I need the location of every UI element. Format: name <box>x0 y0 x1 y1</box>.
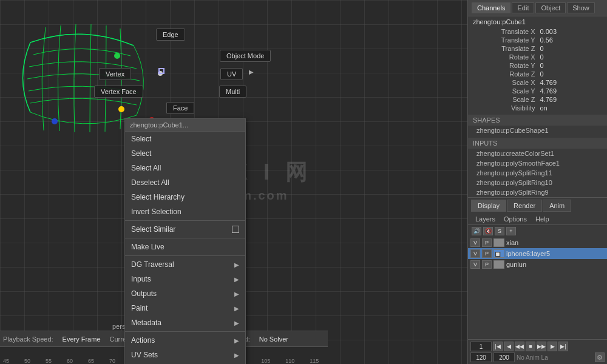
paint-arrow: ▶ <box>234 305 239 312</box>
layer-p-btn-gunlun[interactable]: P <box>482 260 492 269</box>
layer-row-gunlun[interactable]: V P gunlun <box>468 259 607 270</box>
layer-icons-row: 🔊 🔇 S + <box>468 225 607 237</box>
bottom-controls: |◀ ◀ ◀◀ ■ ▶▶ ▶ ▶| No Anim La ⚙ <box>468 339 607 364</box>
menu-item-deselect-all[interactable]: Deselect All <box>125 175 245 190</box>
dg-traversal-arrow: ▶ <box>234 261 239 268</box>
menu-item-invert-selection[interactable]: Invert Selection <box>125 204 245 219</box>
actions-arrow: ▶ <box>234 337 239 344</box>
layer-solo-icon[interactable]: S <box>495 227 504 235</box>
menu-header: zhengtou:pCube1... <box>125 119 245 132</box>
uv-indicator <box>158 68 164 74</box>
channel-translate-z: Translate Z 0 <box>468 44 607 53</box>
display-tabs-row: Display Render Anim <box>468 197 607 214</box>
play-back-btn[interactable]: ◀◀ <box>515 342 524 351</box>
layer-color-gunlun <box>493 260 504 269</box>
panel-header-bar: Channels Edit Object Show <box>468 0 607 16</box>
menu-item-select-all[interactable]: Select All <box>125 161 245 175</box>
channel-translate-y: Translate Y 0.56 <box>468 36 607 44</box>
layer-v-btn-gunlun[interactable]: V <box>470 260 480 269</box>
layer-mute-icon[interactable]: 🔇 <box>483 227 493 235</box>
menu-item-select-hierarchy[interactable]: Select Hierarchy <box>125 190 245 204</box>
menu-item-metadata[interactable]: Metadata ▶ <box>125 315 245 330</box>
inputs-item-1: zhengtou:createColorSet1 <box>468 149 607 158</box>
tab-channels[interactable]: Channels <box>472 2 510 13</box>
step-back-btn[interactable]: ◀ <box>504 342 514 351</box>
tab-anim[interactable]: Anim <box>543 200 571 212</box>
layer-name-gunlun: gunlun <box>506 261 605 268</box>
timeline-controls-row: No Anim La ⚙ <box>470 352 605 362</box>
layer-add-icon[interactable]: + <box>506 227 516 235</box>
tab-display[interactable]: Display <box>471 200 506 212</box>
separator-4 <box>125 331 245 332</box>
layers-bar: Layers Options Help <box>468 214 607 225</box>
playback-speed-label: Playback Speed: <box>3 335 53 343</box>
options-tab[interactable]: Options <box>500 215 531 223</box>
anim-controls-row: |◀ ◀ ◀◀ ■ ▶▶ ▶ ▶| <box>470 342 605 351</box>
shapes-item-1: zhengtou:pCubeShape1 <box>468 126 607 135</box>
dot-green <box>114 53 120 59</box>
channel-rotate-y: Rotate Y 0 <box>468 61 607 70</box>
layer-name-iphone6: iphone6:layer5 <box>506 250 605 257</box>
channel-visibility: Visibility on <box>468 104 607 112</box>
menu-item-select-header[interactable]: Select <box>125 132 245 146</box>
context-menu: zhengtou:pCube1... Select Select Select … <box>124 118 246 364</box>
goto-start-btn[interactable]: |◀ <box>493 342 503 351</box>
shapes-header: SHAPES <box>468 115 607 126</box>
layer-speaker-icon[interactable]: 🔊 <box>472 227 481 235</box>
layer-p-btn-xian[interactable]: P <box>482 238 492 247</box>
current-frame-input[interactable] <box>470 342 492 351</box>
menu-item-uv-sets[interactable]: UV Sets ▶ <box>125 348 245 362</box>
face-mode-button[interactable]: Face <box>166 102 194 114</box>
layer-v-btn-xian[interactable]: V <box>470 238 480 247</box>
channel-scale-y: Scale Y 4.769 <box>468 87 607 95</box>
tab-edit[interactable]: Edit <box>512 2 534 13</box>
frame-end-input[interactable] <box>493 352 515 362</box>
tab-render[interactable]: Render <box>507 200 542 212</box>
layers-tab[interactable]: Layers <box>472 215 499 223</box>
channel-scale-x: Scale X 4.769 <box>468 78 607 87</box>
layer-v-btn-iphone6[interactable]: V <box>470 249 480 258</box>
menu-item-outputs[interactable]: Outputs ▶ <box>125 286 245 301</box>
layer-row-xian[interactable]: V P xian <box>468 237 607 248</box>
anim-layer-label: No Anim La <box>517 354 593 361</box>
play-fwd-btn[interactable]: ▶▶ <box>537 342 546 351</box>
menu-item-inputs[interactable]: Inputs ▶ <box>125 272 245 286</box>
tab-show[interactable]: Show <box>567 2 595 13</box>
layer-p-btn-iphone6[interactable]: P <box>482 249 492 258</box>
menu-item-make-live[interactable]: Make Live <box>125 240 245 254</box>
select-similar-box <box>232 226 239 233</box>
channel-rotate-x: Rotate X 0 <box>468 53 607 61</box>
outputs-arrow: ▶ <box>234 291 239 297</box>
separator-2 <box>125 238 245 238</box>
tab-object[interactable]: Object <box>535 2 566 13</box>
layer-color-iphone6: 🔲 <box>493 249 504 258</box>
frame-start-input[interactable] <box>470 352 492 362</box>
uv-mode-button[interactable]: UV <box>220 68 243 80</box>
menu-item-dg-traversal[interactable]: DG Traversal ▶ <box>125 257 245 272</box>
stop-btn[interactable]: ■ <box>526 342 535 351</box>
inputs-item-4: zhengtou:polySplitRing10 <box>468 178 607 187</box>
vertex-face-mode-button[interactable]: Vertex Face <box>94 86 143 98</box>
uv-sets-arrow: ▶ <box>234 352 239 359</box>
layer-row-iphone6[interactable]: V P 🔲 iphone6:layer5 <box>468 248 607 259</box>
object-name-row: zhengtou:pCube1 <box>468 16 607 27</box>
step-fwd-btn[interactable]: ▶ <box>548 342 557 351</box>
edge-mode-button[interactable]: Edge <box>156 29 185 41</box>
right-panel: Channels Edit Object Show zhengtou:pCube… <box>467 0 607 364</box>
separator-3 <box>125 255 245 256</box>
object-name: zhengtou:pCube1 <box>473 18 526 25</box>
inputs-header: INPUTS <box>468 138 607 149</box>
goto-end-btn[interactable]: ▶| <box>558 342 568 351</box>
object-mode-button[interactable]: Object Mode <box>220 50 271 62</box>
menu-item-select[interactable]: Select <box>125 146 245 161</box>
gear-icon[interactable]: ⚙ <box>595 352 605 362</box>
help-tab[interactable]: Help <box>532 215 553 223</box>
menu-item-select-similar[interactable]: Select Similar <box>125 222 245 237</box>
playback-speed-value: Every Frame <box>63 335 101 343</box>
channel-translate-x: Translate X 0.003 <box>468 27 607 36</box>
menu-item-paint[interactable]: Paint ▶ <box>125 301 245 315</box>
vertex-mode-button[interactable]: Vertex <box>99 68 131 80</box>
multi-mode-button[interactable]: Multi <box>219 86 246 98</box>
menu-item-actions[interactable]: Actions ▶ <box>125 333 245 348</box>
inputs-item-3: zhengtou:polySplitRing11 <box>468 168 607 178</box>
